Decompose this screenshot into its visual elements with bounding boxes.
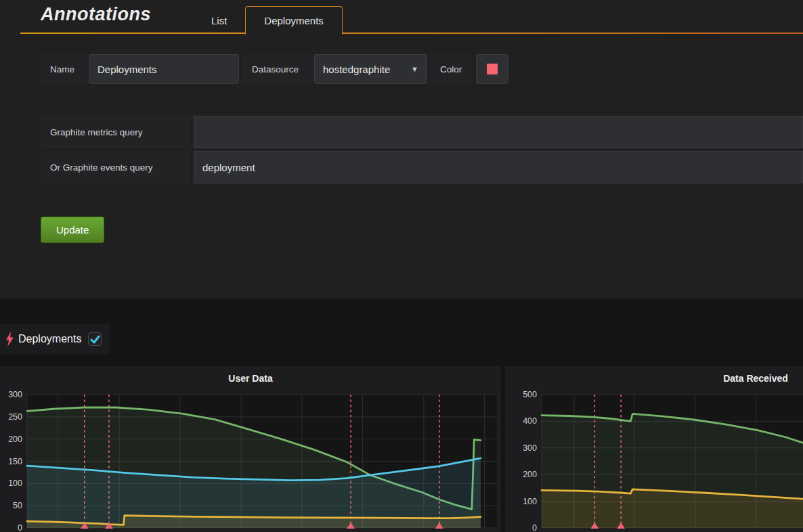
svg-text:200: 200	[523, 470, 537, 479]
datasource-select[interactable]: hostedgraphite ▼	[314, 54, 427, 84]
color-picker[interactable]	[476, 54, 508, 84]
svg-text:100: 100	[8, 479, 22, 488]
name-input[interactable]: Deployments	[89, 54, 239, 84]
user-data-panel: User Data 050100150200250300	[0, 366, 501, 532]
events-query-label: Or Graphite events query	[41, 151, 190, 183]
query-rows: Graphite metrics query Or Graphite event…	[41, 116, 803, 183]
events-query-input[interactable]: deployment	[194, 151, 803, 183]
datasource-selected-value: hostedgraphite	[323, 64, 390, 75]
svg-text:150: 150	[8, 457, 22, 466]
svg-text:300: 300	[8, 390, 22, 399]
color-label: Color	[431, 54, 473, 84]
dashboard-section: Deployments User Data 050100150200250300…	[0, 298, 803, 532]
legend-checkbox[interactable]	[88, 332, 102, 346]
annotations-header: Annotations List Deployments	[0, 0, 803, 34]
svg-text:0: 0	[18, 523, 22, 532]
tab-deployments[interactable]: Deployments	[245, 6, 343, 35]
page-title: Annotations	[41, 0, 151, 25]
name-label: Name	[41, 54, 87, 84]
check-icon	[90, 335, 100, 344]
panel-title: Data Received	[505, 373, 803, 384]
update-button[interactable]: Update	[41, 217, 104, 243]
svg-text:300: 300	[523, 443, 537, 453]
header-underline	[20, 32, 803, 34]
legend-toggle-label: Deployments	[18, 333, 81, 345]
tab-list-label: List	[211, 15, 227, 26]
svg-text:0: 0	[532, 523, 537, 532]
chevron-down-icon: ▼	[411, 65, 418, 73]
metrics-query-label: Graphite metrics query	[41, 116, 190, 148]
tab-deployments-label: Deployments	[264, 15, 324, 26]
color-swatch-inner	[487, 64, 498, 74]
data-received-panel: Data Received 0100200300400500	[505, 366, 803, 532]
datasource-label: Datasource	[242, 54, 313, 84]
svg-text:200: 200	[8, 435, 22, 444]
svg-text:100: 100	[523, 497, 537, 506]
bolt-icon	[5, 332, 14, 347]
annotation-main-row: Name Deployments Datasource hostedgraphi…	[41, 54, 803, 84]
svg-text:250: 250	[8, 412, 22, 422]
svg-text:500: 500	[523, 390, 537, 399]
panel-title: User Data	[0, 373, 501, 384]
panel-row: User Data 050100150200250300 Data Receiv…	[0, 366, 803, 532]
annotation-legend-toggle[interactable]: Deployments	[0, 324, 110, 355]
tab-list[interactable]: List	[193, 7, 245, 34]
svg-text:50: 50	[13, 501, 22, 510]
annotations-editor-section: Annotations List Deployments Name Deploy…	[0, 0, 803, 298]
svg-text:400: 400	[523, 416, 537, 426]
metrics-query-input[interactable]	[194, 116, 803, 148]
